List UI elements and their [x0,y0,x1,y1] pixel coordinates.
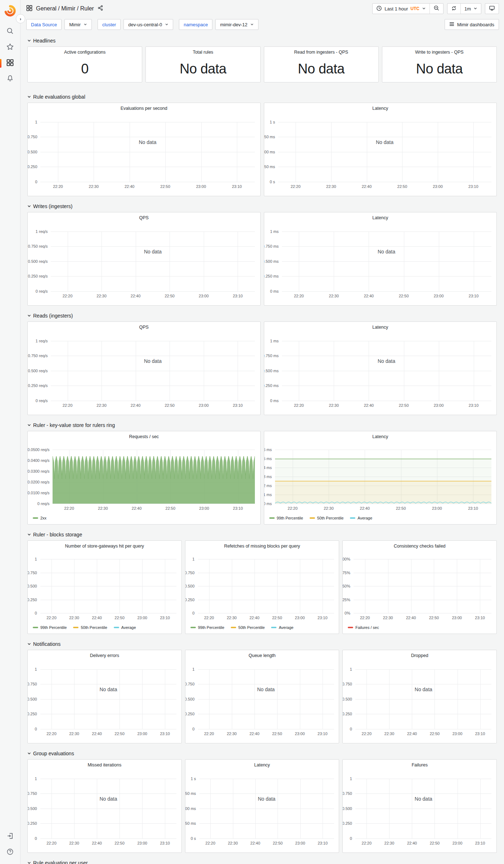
dashboard-title[interactable]: General / Mimir / Ruler [36,5,94,12]
x-axis-tick: 22:20 [63,403,73,408]
section-header-writes-ingesters[interactable]: Writes (ingesters) [27,203,497,209]
chart-panel-latency: Latency1 ms0.750 ms0.500 ms0.250 ms0 ms2… [264,321,497,415]
refresh-interval-picker[interactable]: 1m [460,4,481,14]
panel-title[interactable]: Requests / sec [39,434,249,439]
y-axis-tick: 1 s [270,120,275,124]
panel-title[interactable]: QPS [39,325,249,330]
sidebar-item-sign-in[interactable] [0,829,21,845]
legend-label: 2xx [40,516,46,520]
legend-item-99th-percentile[interactable]: 99th Percentile [33,625,67,630]
sidebar [0,0,21,864]
legend-item-average[interactable]: Average [350,516,372,520]
x-axis-tick: 23:10 [318,616,328,620]
share-icon[interactable] [98,5,103,12]
zoom-out-button[interactable] [429,4,443,14]
panel-title[interactable]: Latency [196,762,328,768]
panel-title[interactable]: Total rules [157,50,249,55]
sidebar-item-alerting[interactable] [0,71,21,87]
panel-title[interactable]: Read from ingesters - QPS [275,50,368,55]
x-axis-tick: 22:40 [406,616,416,620]
x-axis-tick: 23:10 [233,506,243,510]
panel-title[interactable]: Missed iterations [39,762,171,768]
panel-title[interactable]: Latency [275,325,486,330]
panel-title[interactable]: Refetches of missing blocks per query [196,544,328,549]
panel-title[interactable]: Evaluations per second [39,106,249,111]
section-header-rule-evaluations-global[interactable]: Rule evaluations global [27,94,497,100]
mimir-dashboards-button[interactable]: Mimir dashboards [445,19,499,30]
legend-item-50th-percentile[interactable]: 50th Percentile [73,625,107,630]
x-axis-tick: 22:40 [364,403,374,408]
section-header-reads-ingesters[interactable]: Reads (ingesters) [27,313,497,319]
legend-item-failures-sec[interactable]: Failures / sec [348,625,379,630]
section-header-headlines[interactable]: Headlines [27,38,497,44]
x-axis-tick: 22:30 [384,732,395,736]
panel-title[interactable]: Latency [275,106,486,111]
legend: 2xx [33,515,46,521]
legend: 99th Percentile50th PercentileAverage [269,515,373,521]
y-axis-tick: 0.250 [27,821,37,825]
y-axis-tick: 0.750 [27,571,37,575]
time-range-label: Last 1 hour [384,6,408,12]
sidebar-item-starred[interactable] [0,40,21,55]
legend-label: 99th Percentile [40,625,67,630]
y-axis-tick: 5 ms [264,456,272,461]
legend-item-50th-percentile[interactable]: 50th Percentile [231,625,265,630]
sidebar-expand-button[interactable]: › [16,14,25,23]
panel-title[interactable]: Failures [354,762,486,768]
time-range-picker[interactable]: Last 1 hour UTC [373,4,429,14]
legend-item-average[interactable]: Average [114,625,136,630]
legend-item-average[interactable]: Average [271,625,293,630]
section-header-ruler-key-value-store-for-rulers-ring[interactable]: Ruler - key-value store for rulers ring [27,422,497,428]
panel-title[interactable]: Queue length [196,653,328,658]
sidebar-item-help[interactable] [0,845,21,860]
sidebar-item-search[interactable] [0,24,21,40]
y-axis-tick: 0.250 [27,598,37,602]
chart-panel-queue-length: Queue length10.7500.5000.250022:2022:302… [185,650,339,743]
section-header-ruler-blocks-storage[interactable]: Ruler - blocks storage [27,532,497,537]
no-data-message: No data [40,796,176,802]
legend-item-50th-percentile[interactable]: 50th Percentile [310,516,343,520]
chart-panel-qps: QPS1 req/s0.750 req/s0.500 req/s0.250 re… [27,321,261,415]
chart-panel-latency: Latency1 ms0.750 ms0.500 ms0.250 ms0 ms2… [264,212,497,306]
x-axis-tick: 22:30 [324,506,334,510]
y-axis-tick: 1 ms [270,229,279,234]
section-header-notifications[interactable]: Notifications [27,641,497,647]
x-axis-tick: 22:50 [397,184,408,189]
legend-item-99th-percentile[interactable]: 99th Percentile [269,516,303,520]
x-axis-tick: 22:20 [288,506,298,510]
panel-title[interactable]: Latency [275,434,486,439]
y-axis-tick: 75% [342,571,350,575]
no-data-message: No data [282,249,491,255]
x-axis-tick: 22:30 [227,732,237,736]
panel-title[interactable]: Write to ingesters - QPS [393,50,486,55]
panel-title[interactable]: Number of store-gateways hit per query [39,544,171,549]
x-axis-tick: 22:20 [46,841,57,845]
panel-title[interactable]: Dropped [354,653,486,658]
legend-item-2xx[interactable]: 2xx [33,516,46,520]
legend: Failures / sec [348,625,379,630]
grafana-logo[interactable] [4,4,17,17]
section-title: Group evaluations [33,751,74,756]
section-rule-evaluation-per-user: Rule evaluation per user [27,860,497,864]
y-axis-tick: 1 [35,557,37,561]
panel-title[interactable]: Delivery errors [39,653,171,658]
sidebar-item-dashboards[interactable] [0,55,21,71]
variable-value-dropdown[interactable]: dev-us-central-0 [123,19,173,30]
chevron-down-icon [84,23,87,26]
panel-title[interactable]: QPS [39,215,249,220]
kiosk-mode-button[interactable] [485,4,499,14]
panel-title[interactable]: Consistency checks failed [354,544,486,549]
section-header-group-evaluations[interactable]: Group evaluations [27,751,497,756]
variable-value-dropdown[interactable]: mimir-dev-12 [215,19,258,30]
panel-title[interactable]: Latency [275,215,486,220]
section-title: Ruler - key-value store for rulers ring [33,422,115,428]
legend-item-99th-percentile[interactable]: 99th Percentile [190,625,224,630]
section-header-rule-evaluation-per-user[interactable]: Rule evaluation per user [27,860,497,864]
variable-value-dropdown[interactable]: Mimir [64,19,92,30]
y-axis-tick: 1 req/s [36,339,48,343]
panel-title[interactable]: Active configurations [39,50,131,55]
x-axis-tick: 22:40 [131,403,141,408]
refresh-button[interactable] [447,4,460,14]
x-axis-tick: 23:10 [233,403,243,408]
legend-label: 99th Percentile [277,516,303,520]
